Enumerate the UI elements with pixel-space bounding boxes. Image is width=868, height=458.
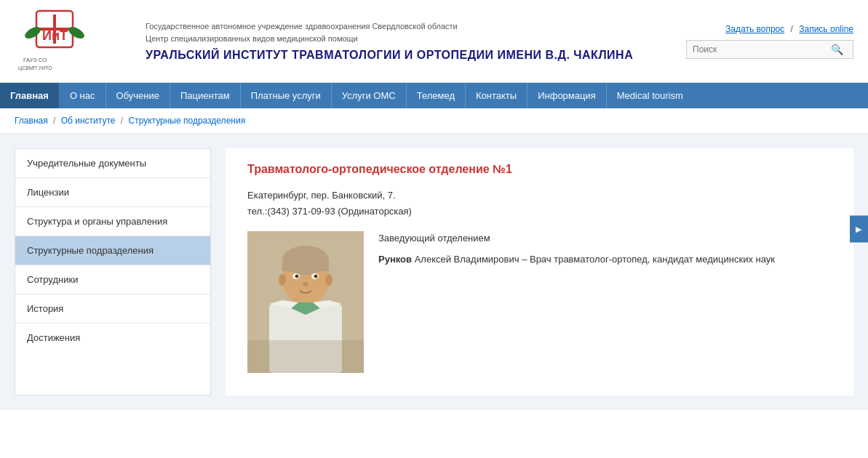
breadcrumb-item-0[interactable]: Главная (15, 116, 48, 126)
doctor-photo (247, 231, 364, 373)
svg-point-23 (325, 274, 333, 286)
address-line1: Екатеринбург, пер. Банковский, 7. (247, 188, 832, 204)
sidebar-item-1[interactable]: Лицензии (15, 178, 210, 207)
header-subtitle-line1: Государственное автономное учреждение зд… (146, 20, 650, 33)
breadcrumb-separator: / (118, 116, 125, 126)
content-area: Учредительные документыЛицензииСтруктура… (0, 134, 868, 410)
nav-item-medical-tourism[interactable]: Medical tourism (607, 83, 693, 108)
search-box: 🔍 (686, 40, 853, 59)
nav-item-обучение[interactable]: Обучение (106, 83, 170, 108)
sidebar-item-6[interactable]: Достижения (15, 324, 210, 352)
breadcrumb-item-1[interactable]: Об институте (61, 116, 116, 126)
search-icon[interactable]: 🔍 (831, 44, 843, 55)
section-title: Травматолого-ортопедическое отделение №1 (247, 163, 832, 176)
doctor-desc: Алексей Владимирович – Врач травматолог-… (415, 254, 775, 265)
divider: / (791, 24, 796, 34)
nav-item-контакты[interactable]: Контакты (466, 83, 527, 108)
address-block: Екатеринбург, пер. Банковский, 7. тел.:(… (247, 188, 832, 220)
sidebar-item-0[interactable]: Учредительные документы (15, 149, 210, 178)
svg-text:ЦСВМП УИТО: ЦСВМП УИТО (18, 65, 52, 71)
svg-point-3 (23, 25, 43, 41)
main-nav: ГлавнаяО насОбучениеПациентамПлатные усл… (0, 83, 868, 108)
doctor-description: Рунков Алексей Владимирович – Врач травм… (378, 252, 775, 268)
doctor-info: Заведующий отделением Рунков Алексей Вла… (378, 231, 775, 373)
nav-item-главная[interactable]: Главная (0, 83, 60, 108)
svg-point-22 (279, 274, 286, 286)
header-right: Задать вопрос / Запись online 🔍 (650, 24, 853, 59)
breadcrumb-separator: / (51, 116, 58, 126)
svg-rect-13 (282, 260, 329, 271)
svg-point-17 (314, 275, 318, 278)
sidebar-item-4[interactable]: Сотрудники (15, 265, 210, 294)
svg-text:ИиТ: ИиТ (42, 28, 68, 43)
nav-item-о-нас[interactable]: О нас (60, 83, 106, 108)
svg-point-18 (303, 282, 308, 286)
right-side-tab[interactable]: ▶ (850, 216, 868, 243)
nav-item-информация[interactable]: Информация (527, 83, 607, 108)
header-links: Задать вопрос / Запись online (725, 24, 853, 34)
header: ИиТ ГАУЗ СО ЦСВМП УИТО Государственное а… (0, 0, 868, 83)
sidebar-item-5[interactable]: История (15, 294, 210, 324)
record-online-link[interactable]: Запись online (799, 24, 853, 34)
breadcrumb-item-2[interactable]: Структурные подразделения (128, 116, 245, 126)
sidebar-item-3[interactable]: Структурные подразделения (15, 236, 210, 265)
logo: ИиТ ГАУЗ СО ЦСВМП УИТО (15, 7, 131, 75)
svg-point-4 (67, 25, 87, 41)
svg-text:ГАУЗ СО: ГАУЗ СО (23, 57, 47, 63)
sidebar-item-2[interactable]: Структура и органы управления (15, 207, 210, 236)
header-subtitle-line2: Центр специализированных видов медицинск… (146, 33, 650, 45)
svg-point-16 (295, 275, 299, 278)
nav-item-телемед[interactable]: Телемед (407, 83, 466, 108)
ask-question-link[interactable]: Задать вопрос (725, 24, 784, 34)
svg-rect-24 (247, 340, 364, 373)
search-input[interactable] (693, 44, 831, 55)
doctor-block: Заведующий отделением Рунков Алексей Вла… (247, 231, 832, 373)
header-text-block: Государственное автономное учреждение зд… (131, 20, 650, 62)
doctor-name: Рунков (378, 254, 412, 265)
nav-item-услуги-омс[interactable]: Услуги ОМС (332, 83, 407, 108)
main-content: Травматолого-ортопедическое отделение №1… (226, 148, 853, 395)
doctor-role: Заведующий отделением (378, 231, 775, 246)
address-line2: тел.:(343) 371-09-93 (Ординаторская) (247, 204, 832, 220)
sidebar: Учредительные документыЛицензииСтруктура… (15, 148, 211, 395)
header-title: УРАЛЬСКИЙ ИНСТИТУТ ТРАВМАТОЛОГИИ И ОРТОП… (146, 49, 650, 62)
breadcrumb: Главная / Об институте / Структурные под… (0, 108, 868, 134)
nav-item-пациентам[interactable]: Пациентам (170, 83, 241, 108)
nav-item-платные-услуги[interactable]: Платные услуги (241, 83, 332, 108)
